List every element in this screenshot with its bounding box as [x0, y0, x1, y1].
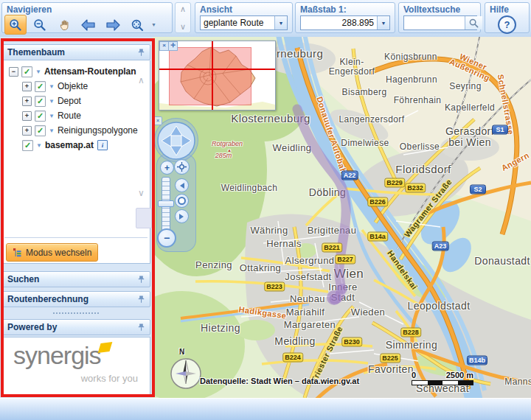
synergis-logo: synergis	[13, 341, 101, 370]
plus-expander-icon[interactable]: +	[22, 126, 32, 136]
top-toolbar: Navigieren	[0, 0, 531, 38]
arrow-right-icon	[105, 19, 120, 31]
map-attribution: Datenquelle: Stadt Wien – data.wien.gv.a…	[200, 377, 359, 385]
plus-expander-icon[interactable]: +	[22, 111, 32, 121]
modus-wechseln-button[interactable]: Modus wechseln	[6, 243, 98, 262]
layer-caret-icon[interactable]: ▼	[36, 142, 42, 149]
map-navigator-widget[interactable]: × + −	[154, 118, 200, 258]
massstab-dropdown-caret-icon[interactable]: ▼	[377, 16, 389, 29]
map-viewport[interactable]: KorneuburgKlein- EngersdorfKönigsbrunnHa…	[153, 37, 531, 398]
ansicht-dropdown[interactable]: geplante Route ▼	[200, 15, 288, 30]
synergis-logo-panel: synergis works for you	[2, 337, 150, 396]
tree-node-attensam-routenplan[interactable]: −✓▼Attensam-Routenplan	[3, 64, 150, 79]
help-button[interactable]: ?	[498, 15, 516, 34]
plus-expander-icon[interactable]: +	[22, 97, 32, 106]
ansicht-dropdown-caret-icon[interactable]: ▼	[274, 16, 287, 29]
scale-bar: 0 2500 m	[412, 371, 473, 385]
zoom-in-button[interactable]	[4, 15, 27, 35]
layer-label-attensam-routenplan[interactable]: Attensam-Routenplan	[44, 66, 136, 77]
panel-header-suchen[interactable]: Suchen	[2, 271, 150, 287]
massstab-dropdown[interactable]: 288.895 ▼	[300, 15, 390, 30]
zoom-out-widget-button[interactable]: −	[157, 228, 176, 248]
minus-expander-icon[interactable]: −	[9, 67, 18, 77]
tree-node-reinigungspolygone[interactable]: +✓▼Reinigungspolygone	[3, 123, 150, 138]
layer-label-objekte[interactable]: Objekte	[58, 81, 88, 91]
layer-label-route[interactable]: Route	[58, 111, 81, 121]
pan-button[interactable]	[53, 15, 75, 35]
toolbar-group-hilfe: Hilfe ?	[485, 2, 530, 33]
hand-pan-icon	[58, 18, 71, 31]
checkbox-basemap-at[interactable]: ✓	[22, 140, 33, 151]
toolbar-group-ansicht: Ansicht geplante Route ▼	[195, 2, 293, 33]
next-extent-button[interactable]	[102, 15, 124, 35]
checkbox-depot[interactable]: ✓	[35, 96, 46, 107]
fulltext-search-input[interactable]	[404, 16, 465, 29]
overview-map[interactable]: × ✛	[159, 41, 276, 111]
layer-caret-icon[interactable]: ▼	[49, 113, 55, 119]
scale-max: 2500 m	[446, 371, 473, 379]
tree-node-depot[interactable]: +✓▼Depot	[3, 94, 150, 108]
navigieren-more-caret-icon[interactable]: ▼	[151, 22, 156, 27]
tree-node-route[interactable]: +✓▼Route	[3, 108, 150, 123]
tree-node-objekte[interactable]: +✓▼Objekte	[3, 79, 150, 94]
full-extent-widget-button[interactable]	[174, 159, 190, 175]
panel-title-powered-by: Powered by	[7, 322, 57, 332]
bottom-status-bar: Einstellungen ▼ Kartenausschnitte ▼	[0, 398, 531, 420]
zoom-out-button[interactable]	[29, 15, 51, 35]
layer-caret-icon[interactable]: ▼	[49, 127, 55, 134]
zoom-extent-icon	[131, 18, 144, 32]
pin-icon[interactable]	[137, 323, 145, 332]
zoom-slider-handle[interactable]	[158, 200, 174, 207]
overview-move-icon[interactable]: ✛	[168, 41, 178, 51]
toolbar-group-massstab: Maßstab 1: 288.895 ▼	[295, 2, 395, 33]
pin-icon[interactable]	[137, 49, 145, 57]
zoom-out-icon	[33, 18, 46, 32]
tree-scroll-up-icon[interactable]: ∧	[138, 76, 145, 85]
overview-crosshair-vertical	[212, 41, 213, 110]
pin-icon[interactable]	[137, 295, 145, 304]
layer-caret-icon[interactable]: ▼	[49, 83, 55, 90]
panel-header-themenbaum[interactable]: Themenbaum	[2, 44, 150, 60]
panel-splitter-handle[interactable]	[53, 312, 99, 314]
layer-caret-icon[interactable]: ▼	[49, 98, 55, 105]
group-title-navigieren: Navigieren	[2, 3, 172, 15]
panel-title-suchen: Suchen	[7, 274, 39, 284]
layer-label-depot[interactable]: Depot	[58, 96, 81, 106]
history-back-button[interactable]	[175, 178, 189, 192]
theme-tree-panel: −✓▼Attensam-Routenplan+✓▼Objekte+✓▼Depot…	[2, 60, 150, 264]
zoom-extent-button[interactable]	[126, 15, 148, 35]
pan-compass-control[interactable]	[156, 121, 196, 161]
toolbar-group-volltextsuche: Volltextsuche	[398, 2, 481, 33]
checkbox-reinigungspolygone[interactable]: ✓	[35, 125, 46, 136]
layer-label-basemap-at[interactable]: basemap.at	[45, 140, 94, 150]
previous-extent-button[interactable]	[77, 15, 100, 35]
triangle-left-icon	[177, 183, 184, 189]
modus-wechseln-label: Modus wechseln	[26, 248, 91, 258]
overview-extent-rectangle[interactable]	[169, 47, 251, 105]
logo-tagline: works for you	[3, 373, 138, 384]
zoom-in-widget-button[interactable]: +	[160, 161, 174, 175]
massstab-value: 288.895	[301, 18, 377, 28]
mode-tree-icon	[13, 248, 22, 257]
layer-caret-icon[interactable]: ▼	[35, 69, 41, 75]
info-icon[interactable]: i	[97, 140, 108, 150]
search-button[interactable]	[465, 16, 482, 29]
history-forward-button[interactable]	[175, 209, 189, 223]
logo-diamond-icon	[98, 342, 113, 353]
compass-rose	[170, 357, 202, 390]
checkbox-attensam-routenplan[interactable]: ✓	[21, 66, 32, 77]
checkbox-objekte[interactable]: ✓	[35, 81, 46, 92]
tree-scroll-down-icon[interactable]: ∨	[138, 189, 145, 197]
layer-label-reinigungspolygone[interactable]: Reinigungspolygone	[58, 125, 138, 136]
panel-header-powered-by[interactable]: Powered by	[2, 319, 150, 335]
tree-node-basemap-at[interactable]: ✓▼basemap.ati	[3, 138, 150, 153]
history-current-button[interactable]	[175, 194, 189, 208]
pin-icon[interactable]	[137, 276, 145, 284]
checkbox-route[interactable]: ✓	[35, 111, 46, 122]
scale-min: 0	[412, 371, 416, 379]
divider	[4, 237, 148, 238]
toolbar-collapse-control[interactable]: ∧∨	[175, 2, 191, 33]
tree-scrollbar-thumb[interactable]	[136, 208, 152, 228]
plus-expander-icon[interactable]: +	[22, 82, 32, 91]
panel-header-routenberechnung[interactable]: Routenberechnung	[2, 291, 150, 307]
